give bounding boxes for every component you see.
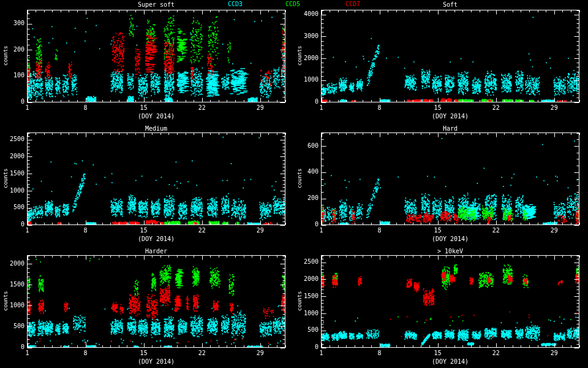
- soft-scatter-canvas: [294, 0, 588, 123]
- gt10kev-scatter-canvas: [294, 245, 588, 368]
- panel-title: Harder: [27, 248, 285, 255]
- hard-scatter-canvas: [294, 123, 588, 245]
- multi-panel-lightcurve-figure: Super soft counts (DOY 2014) Soft counts…: [0, 0, 588, 368]
- panel-soft: Soft counts (DOY 2014): [294, 0, 588, 123]
- panel-title: > 10keV: [321, 248, 579, 255]
- panel-harder: Harder counts (DOY 2014): [0, 245, 294, 368]
- super-soft-scatter-canvas: [0, 0, 294, 123]
- panel-title: Soft: [321, 1, 579, 9]
- harder-scatter-canvas: [0, 245, 294, 368]
- panel-super-soft: Super soft counts (DOY 2014): [0, 0, 294, 123]
- panel-hard: Hard counts (DOY 2014): [294, 123, 588, 245]
- panel-gt10kev: > 10keV counts (DOY 2014): [294, 245, 588, 368]
- panel-title: Medium: [27, 125, 285, 132]
- panel-title: Hard: [321, 125, 579, 132]
- panel-medium: Medium counts (DOY 2014): [0, 123, 294, 245]
- medium-scatter-canvas: [0, 123, 294, 245]
- panel-title: Super soft: [27, 1, 285, 9]
